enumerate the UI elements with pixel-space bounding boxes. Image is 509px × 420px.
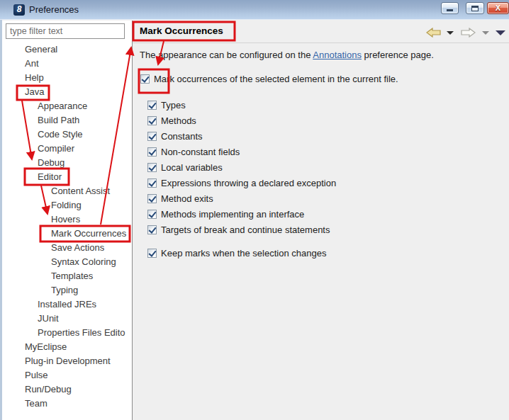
checkbox-icon[interactable] [147,249,157,258]
tree-item-label: Save Actions [51,242,104,253]
checkbox-icon[interactable] [147,132,157,141]
tree-item[interactable]: Build Path [2,113,132,127]
checkbox-icon[interactable] [140,74,150,84]
tree-item[interactable]: Syntax Coloring [2,255,132,269]
checkbox-icon[interactable] [147,101,157,110]
minimize-icon [447,9,453,11]
tree-item-label: Hovers [51,214,80,225]
preferences-window: 8 Preferences X General Ant Help [0,0,509,420]
tree-item[interactable]: Team [2,397,132,411]
back-menu-dropdown-icon[interactable] [447,31,454,35]
tree-item-label: Run/Debug [25,384,72,395]
option-label: Methods [161,115,196,126]
keep-marks-checkbox-row[interactable]: Keep marks when the selection changes [147,248,326,259]
checkbox-icon[interactable] [147,210,157,219]
view-menu-dropdown-icon[interactable] [496,30,505,35]
option-label: Method exits [161,193,213,204]
tree-item-label: Appearance [38,101,87,111]
option-checkbox-row[interactable]: Methods implementing an interface [147,208,336,220]
page-title: Mark Occurrences [140,25,223,36]
tree-item[interactable]: Save Actions [2,241,132,255]
tree-item[interactable]: Folding [2,198,132,212]
tree-item-label: Java [25,86,44,97]
tree-item-label: Properties Files Edito [38,327,125,338]
close-icon: X [488,4,508,12]
option-label: Non-constant fields [161,147,240,157]
option-label: Types [161,100,186,110]
footer-checkbox-label: Keep marks when the selection changes [161,248,326,259]
tree-item[interactable]: Editor [2,170,132,184]
tree-item-label: Editor [38,171,62,182]
tree-item[interactable]: Help [2,71,132,85]
tree-item[interactable]: Run/Debug [2,382,132,397]
option-checkbox-row[interactable]: Method exits [147,193,336,204]
intro-prefix: The appearance can be configured on the [140,50,313,60]
tree-item[interactable]: Installed JREs [2,297,132,312]
tree-item-label: Plug-in Development [25,356,111,366]
tree-item-label: Installed JREs [38,299,96,310]
window-title: Preferences [29,4,79,15]
mark-occurrences-page: Mark Occurrences The appearance can be c… [133,20,509,420]
checkbox-icon[interactable] [147,178,157,188]
checkbox-icon[interactable] [147,116,157,125]
maximize-icon [471,6,479,11]
intro-suffix: preference page. [362,50,434,60]
checkbox-icon[interactable] [147,194,157,203]
tree-item[interactable]: Plug-in Development [2,354,132,368]
option-label: Expressions throwing a declared exceptio… [161,178,336,188]
tree-item[interactable]: Compiler [2,142,132,156]
tree-item-label: JUnit [38,313,59,324]
tree-item[interactable]: Debug [2,156,132,170]
filter-input[interactable] [6,23,125,39]
option-checkbox-row[interactable]: Methods [147,115,336,126]
tree-item-label: Code Style [38,129,83,140]
option-checkbox-row[interactable]: Types [147,99,336,110]
option-checkbox-row[interactable]: Constants [147,130,336,142]
tree-item[interactable]: Pulse [2,368,132,382]
option-checkbox-row[interactable]: Local variables [147,161,336,173]
annotations-link[interactable]: Annotations [313,50,362,60]
tree-item[interactable]: MyEclipse [2,340,132,354]
forward-arrow-icon[interactable] [460,28,476,38]
option-checkbox-row[interactable]: Targets of break and continue statements [147,224,336,235]
option-label: Constants [161,131,203,142]
tree-item[interactable]: Templates [2,269,132,283]
tree-item-label: Syntax Coloring [51,256,116,267]
minimize-button[interactable] [441,2,459,14]
eclipse-logo-icon: 8 [13,4,25,16]
tree-item[interactable]: Hovers [2,212,132,227]
checkbox-icon[interactable] [147,147,157,157]
tree-item[interactable]: General [2,42,132,57]
preferences-tree: General Ant Help Java Appearance [2,42,132,411]
maximize-button[interactable] [466,2,484,14]
tree-item[interactable]: JUnit [2,312,132,326]
tree-item[interactable]: Ant [2,57,132,71]
occurrence-options: Types Methods Constants Non-constant fie… [147,99,336,239]
option-checkbox-row[interactable]: Expressions throwing a declared exceptio… [147,177,336,188]
tree-item-label: Compiler [38,143,74,154]
option-label: Methods implementing an interface [161,209,304,220]
forward-menu-dropdown-icon[interactable] [482,31,489,35]
checkbox-icon[interactable] [147,163,157,172]
tree-item[interactable]: Code Style [2,127,132,142]
tree-item[interactable]: Properties Files Edito [2,326,132,340]
intro-text: The appearance can be configured on the … [140,50,434,60]
tree-item[interactable]: Appearance [2,99,132,113]
close-button[interactable]: X [487,2,509,14]
checkbox-icon[interactable] [147,225,157,234]
tree-item[interactable]: Java [2,85,132,99]
master-checkbox-label: Mark occurrences of the selected element… [154,74,398,84]
tree-item-label: Mark Occurrences [51,228,126,239]
tree-item[interactable]: Content Assist [2,184,132,198]
page-header: Mark Occurrences [133,20,509,43]
option-label: Local variables [161,162,223,173]
tree-item-label: Folding [51,200,82,210]
tree-item[interactable]: Typing [2,283,132,297]
tree-item-label: Content Assist [51,186,110,196]
back-arrow-icon[interactable] [426,28,442,38]
history-nav [426,28,505,38]
titlebar[interactable]: 8 Preferences X [0,0,509,20]
mark-occurrences-master-checkbox-row[interactable]: Mark occurrences of the selected element… [140,74,398,84]
option-checkbox-row[interactable]: Non-constant fields [147,146,336,157]
tree-item[interactable]: Mark Occurrences [2,227,132,241]
